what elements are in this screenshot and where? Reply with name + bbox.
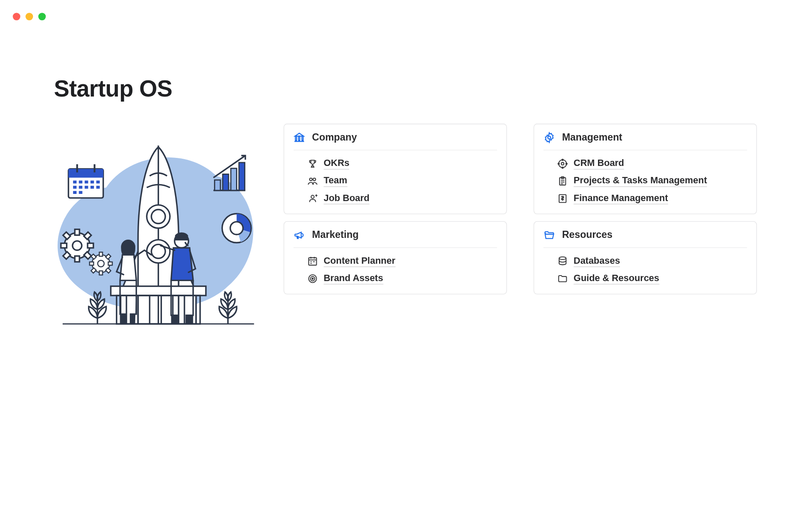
svg-rect-32 [223, 174, 229, 190]
svg-point-70 [561, 163, 564, 165]
hero-illustration [54, 124, 263, 327]
svg-point-92 [559, 257, 566, 260]
card-company: Company OKRs [284, 124, 507, 214]
svg-rect-52 [108, 262, 112, 265]
item-label: Projects & Tasks Management [573, 175, 707, 187]
svg-rect-28 [73, 191, 77, 194]
svg-rect-51 [90, 262, 94, 265]
svg-rect-39 [75, 229, 80, 235]
svg-point-73 [566, 163, 567, 164]
svg-rect-23 [73, 186, 77, 189]
svg-rect-60 [299, 136, 300, 141]
svg-point-69 [548, 136, 551, 139]
svg-rect-20 [85, 181, 88, 184]
finance-icon [557, 193, 568, 204]
svg-rect-82 [309, 258, 317, 265]
item-guide[interactable]: Guide & Resources [557, 273, 747, 284]
item-content-planner[interactable]: Content Planner [307, 255, 497, 267]
svg-rect-5 [111, 286, 206, 295]
svg-rect-59 [295, 136, 296, 141]
trophy-icon [307, 158, 318, 169]
svg-point-74 [562, 167, 563, 168]
card-items-management: CRM Board Projects & Tasks Management [543, 158, 747, 204]
svg-rect-21 [91, 181, 94, 184]
svg-rect-31 [214, 180, 220, 190]
item-finance[interactable]: Finance Management [557, 193, 747, 204]
card-title: Company [312, 132, 357, 143]
svg-point-75 [558, 163, 559, 164]
card-header-company: Company [294, 132, 497, 150]
item-job-board[interactable]: Job Board [307, 193, 497, 204]
item-label: Brand Assets [324, 273, 383, 284]
cards-grid: Company OKRs [284, 124, 757, 294]
item-label: OKRs [324, 158, 349, 169]
svg-point-36 [230, 222, 243, 235]
svg-rect-61 [302, 136, 303, 141]
item-label: CRM Board [573, 158, 624, 169]
card-resources: Resources Databases [534, 221, 757, 295]
window-minimize-button[interactable] [25, 13, 33, 20]
item-label: Guide & Resources [573, 273, 659, 284]
svg-rect-26 [91, 186, 94, 189]
svg-rect-33 [231, 168, 237, 190]
card-title: Resources [562, 229, 612, 241]
app-window: Startup OS [0, 0, 812, 508]
window-controls [13, 13, 46, 20]
item-label: Team [324, 175, 347, 187]
card-items-company: OKRs Team [294, 158, 497, 204]
team-icon [307, 176, 318, 187]
svg-point-65 [313, 178, 315, 181]
item-brand-assets[interactable]: Brand Assets [307, 273, 497, 284]
svg-point-72 [562, 159, 563, 160]
svg-rect-49 [99, 252, 103, 257]
main-content: Startup OS [54, 75, 757, 327]
svg-rect-50 [99, 271, 103, 275]
planner-icon [307, 256, 318, 267]
main-row: Company OKRs [54, 124, 757, 327]
job-board-icon [307, 193, 318, 204]
svg-rect-19 [79, 181, 82, 184]
card-title: Marketing [312, 229, 359, 241]
gear-icon [543, 132, 555, 143]
window-close-button[interactable] [13, 13, 20, 20]
svg-point-48 [98, 260, 104, 267]
target-icon [307, 273, 318, 284]
svg-rect-25 [85, 186, 88, 189]
svg-point-66 [311, 195, 314, 198]
clipboard-icon [557, 176, 568, 187]
svg-rect-22 [96, 181, 100, 184]
page-title: Startup OS [54, 75, 757, 102]
svg-rect-29 [79, 191, 82, 194]
item-label: Databases [573, 255, 620, 267]
card-title: Management [562, 132, 623, 143]
svg-point-91 [312, 278, 313, 279]
svg-rect-34 [239, 163, 245, 190]
item-label: Content Planner [324, 255, 395, 267]
item-okrs[interactable]: OKRs [307, 158, 497, 169]
card-items-marketing: Content Planner Brand Assets [294, 255, 497, 284]
item-label: Job Board [324, 193, 370, 204]
crm-icon [557, 158, 568, 169]
item-label: Finance Management [573, 193, 668, 204]
bank-icon [294, 132, 305, 143]
folder-icon [557, 273, 568, 284]
svg-point-64 [310, 178, 312, 181]
svg-rect-41 [61, 243, 67, 248]
card-header-management: Management [543, 132, 747, 150]
svg-point-2 [151, 210, 165, 224]
svg-rect-27 [96, 186, 100, 189]
item-projects[interactable]: Projects & Tasks Management [557, 175, 747, 187]
window-maximize-button[interactable] [38, 13, 46, 20]
svg-rect-15 [69, 169, 103, 178]
card-management: Management CRM Board [534, 124, 757, 214]
card-items-resources: Databases Guide & Resources [543, 255, 747, 284]
item-crm[interactable]: CRM Board [557, 158, 747, 169]
card-header-marketing: Marketing [294, 229, 497, 248]
megaphone-icon [294, 229, 305, 241]
database-icon [557, 256, 568, 267]
svg-point-71 [559, 160, 567, 168]
item-team[interactable]: Team [307, 175, 497, 187]
svg-rect-18 [73, 181, 77, 184]
svg-point-38 [72, 241, 82, 250]
item-databases[interactable]: Databases [557, 255, 747, 267]
